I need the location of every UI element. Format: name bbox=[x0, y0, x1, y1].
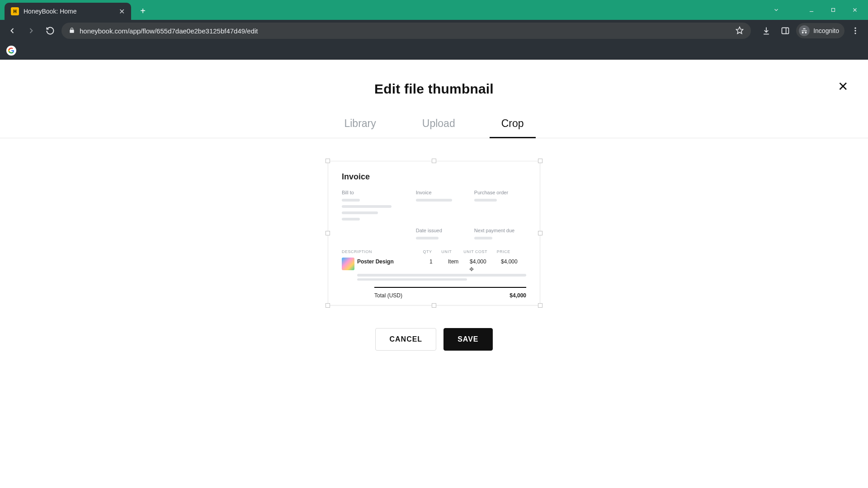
label-bill-to: Bill to bbox=[342, 190, 410, 195]
tab-close-icon[interactable]: ✕ bbox=[119, 7, 125, 16]
crop-handle-bottom-center[interactable] bbox=[432, 303, 436, 308]
side-panel-button[interactable] bbox=[777, 23, 793, 39]
window-close-button[interactable] bbox=[844, 3, 865, 17]
crop-handle-bottom-right[interactable] bbox=[538, 303, 542, 308]
placeholder-line bbox=[357, 278, 467, 281]
svg-rect-1 bbox=[832, 9, 835, 12]
tab-crop[interactable]: Crop bbox=[498, 117, 528, 138]
bookmarks-bar bbox=[0, 42, 868, 60]
page-content: Edit file thumbnail ✕ Library Upload Cro… bbox=[0, 60, 868, 488]
total-divider bbox=[374, 287, 526, 288]
col-price: PRICE bbox=[497, 249, 526, 254]
label-date-issued: Date issued bbox=[416, 228, 468, 233]
tab-search-button[interactable] bbox=[766, 3, 787, 17]
placeholder-line bbox=[342, 199, 360, 202]
modal-close-button[interactable]: ✕ bbox=[838, 80, 848, 93]
crop-handle-top-left[interactable] bbox=[326, 159, 330, 163]
placeholder-line bbox=[416, 199, 452, 202]
col-unit-cost: UNIT COST bbox=[463, 249, 496, 254]
incognito-icon bbox=[799, 25, 810, 36]
new-tab-button[interactable]: + bbox=[136, 4, 150, 18]
url-text: honeybook.com/app/flow/655d7dae0e2be3125… bbox=[80, 27, 736, 35]
incognito-indicator[interactable]: Incognito bbox=[796, 23, 844, 38]
svg-point-8 bbox=[854, 30, 856, 31]
total-label: Total (USD) bbox=[374, 292, 402, 299]
nav-reload-button[interactable] bbox=[42, 23, 58, 38]
modal-title: Edit file thumbnail bbox=[0, 81, 868, 97]
line-item-name: Poster Design bbox=[357, 258, 427, 265]
incognito-label: Incognito bbox=[813, 27, 839, 34]
crop-handle-mid-left[interactable] bbox=[326, 231, 330, 235]
placeholder-line bbox=[474, 237, 492, 239]
placeholder-line bbox=[474, 199, 497, 202]
window-minimize-button[interactable] bbox=[801, 3, 822, 17]
url-bar[interactable]: honeybook.com/app/flow/655d7dae0e2be3125… bbox=[61, 23, 751, 39]
edit-thumbnail-modal: Edit file thumbnail ✕ Library Upload Cro… bbox=[0, 60, 868, 488]
downloads-button[interactable] bbox=[758, 23, 774, 39]
browser-tab-strip: H HoneyBook: Home ✕ + bbox=[0, 0, 868, 20]
save-button[interactable]: SAVE bbox=[443, 328, 492, 351]
svg-point-7 bbox=[854, 28, 856, 29]
window-maximize-button[interactable] bbox=[823, 3, 844, 17]
browser-tab[interactable]: H HoneyBook: Home ✕ bbox=[5, 3, 131, 20]
crop-handle-mid-right[interactable] bbox=[538, 231, 542, 235]
svg-marker-4 bbox=[736, 27, 743, 33]
crop-area[interactable]: Invoice Bill to Invoice bbox=[328, 161, 540, 305]
crop-handle-top-right[interactable] bbox=[538, 159, 542, 163]
tab-library[interactable]: Library bbox=[340, 117, 379, 138]
crop-handle-top-center[interactable] bbox=[432, 159, 436, 163]
modal-tabs: Library Upload Crop bbox=[0, 117, 868, 138]
placeholder-line bbox=[357, 274, 526, 277]
tab-upload[interactable]: Upload bbox=[419, 117, 459, 138]
nav-forward-button[interactable] bbox=[24, 23, 39, 38]
col-unit: UNIT bbox=[441, 249, 463, 254]
svg-point-9 bbox=[854, 33, 856, 34]
line-item-unit-cost: $4,000 bbox=[470, 258, 498, 265]
preview-invoice-title: Invoice bbox=[342, 172, 526, 182]
svg-rect-5 bbox=[782, 28, 789, 33]
line-item-unit: Item bbox=[448, 258, 467, 265]
placeholder-line bbox=[342, 211, 378, 214]
label-purchase-order: Purchase order bbox=[474, 190, 526, 195]
browser-menu-button[interactable] bbox=[847, 23, 863, 39]
bookmark-google[interactable] bbox=[6, 46, 16, 56]
placeholder-line bbox=[416, 237, 439, 239]
col-qty: QTY bbox=[423, 249, 442, 254]
label-invoice: Invoice bbox=[416, 190, 468, 195]
cancel-button[interactable]: CANCEL bbox=[375, 328, 436, 351]
placeholder-line bbox=[342, 218, 360, 221]
lock-icon bbox=[69, 27, 75, 35]
nav-back-button[interactable] bbox=[5, 23, 20, 38]
thumbnail-preview[interactable]: Invoice Bill to Invoice bbox=[328, 161, 540, 305]
label-next-payment: Next payment due bbox=[474, 228, 526, 233]
total-amount: $4,000 bbox=[509, 292, 526, 299]
crop-handle-bottom-left[interactable] bbox=[326, 303, 330, 308]
tab-title: HoneyBook: Home bbox=[24, 8, 114, 15]
placeholder-line bbox=[342, 205, 392, 208]
line-item-qty: 1 bbox=[429, 258, 445, 265]
tab-favicon: H bbox=[11, 7, 19, 15]
line-item-price: $4,000 bbox=[501, 258, 526, 265]
bookmark-star-icon[interactable] bbox=[736, 26, 744, 36]
col-description: DESCRIPTION bbox=[342, 249, 423, 254]
line-item-thumb bbox=[342, 258, 354, 270]
browser-toolbar: honeybook.com/app/flow/655d7dae0e2be3125… bbox=[0, 20, 868, 42]
